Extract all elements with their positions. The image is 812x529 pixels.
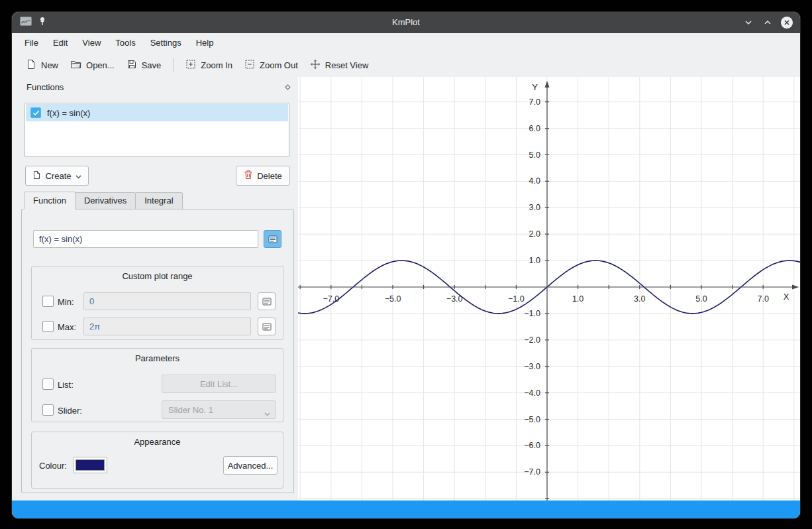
min-label: Min: xyxy=(58,297,74,307)
svg-text:−1.0: −1.0 xyxy=(508,294,525,304)
reset-view-button[interactable]: Reset View xyxy=(304,55,375,75)
appearance-group: Appearance Colour: Advanced... xyxy=(31,432,283,489)
appearance-title: Appearance xyxy=(32,437,283,447)
tab-derivatives[interactable]: Derivatives xyxy=(75,192,136,209)
menubar: File Edit View Tools Settings Help xyxy=(12,33,800,53)
min-input[interactable] xyxy=(83,292,251,310)
max-input[interactable] xyxy=(83,318,251,335)
slider-combobox[interactable]: Slider No. 1 xyxy=(162,400,276,419)
open-folder-icon xyxy=(70,59,81,72)
new-button[interactable]: New xyxy=(20,55,64,75)
function-list[interactable]: f(x) = sin(x) xyxy=(25,103,289,157)
svg-text:−7.0: −7.0 xyxy=(323,294,339,304)
svg-text:−5.0: −5.0 xyxy=(385,294,401,304)
toolbar: New Open... Save Zoom In Zoom Out Rese xyxy=(12,53,800,77)
save-button[interactable]: Save xyxy=(121,55,168,75)
svg-text:2.0: 2.0 xyxy=(529,229,540,239)
parameters-group: Parameters List: Edit List... Slider: Sl… xyxy=(31,348,283,422)
close-button[interactable] xyxy=(780,16,793,29)
functions-panel-header[interactable]: Functions xyxy=(19,78,298,97)
advanced-button[interactable]: Advanced... xyxy=(223,456,278,475)
svg-text:6.0: 6.0 xyxy=(529,124,540,133)
main-content: Functions f(x) = sin(x) Create xyxy=(12,77,800,500)
chevron-down-icon xyxy=(264,408,270,418)
menu-help[interactable]: Help xyxy=(189,33,221,53)
functions-panel: Functions f(x) = sin(x) Create xyxy=(19,78,298,495)
svg-text:Y: Y xyxy=(532,82,538,92)
svg-text:−4.0: −4.0 xyxy=(524,388,540,398)
zoom-in-button[interactable]: Zoom In xyxy=(179,55,238,75)
chevron-down-icon xyxy=(76,171,81,181)
menu-file[interactable]: File xyxy=(17,33,46,53)
parameter-list-checkbox[interactable] xyxy=(42,379,54,390)
tab-bar: Function Derivatives Integral xyxy=(24,192,182,209)
tab-function[interactable]: Function xyxy=(24,192,76,209)
zoom-out-icon xyxy=(244,59,255,72)
create-icon xyxy=(32,170,41,182)
custom-plot-range-title: Custom plot range xyxy=(32,271,283,281)
app-icon[interactable] xyxy=(20,17,32,29)
svg-text:4.0: 4.0 xyxy=(529,176,540,186)
colour-swatch-button[interactable] xyxy=(73,457,107,473)
kmplot-window: KmPlot File Edit View Tools Settings Hel… xyxy=(12,12,800,518)
svg-text:3.0: 3.0 xyxy=(634,294,645,304)
svg-text:−5.0: −5.0 xyxy=(524,415,540,424)
pin-icon[interactable] xyxy=(38,17,46,29)
menu-view[interactable]: View xyxy=(75,33,108,53)
tab-integral[interactable]: Integral xyxy=(135,192,182,209)
equation-editor-button[interactable] xyxy=(264,230,281,248)
menu-edit[interactable]: Edit xyxy=(46,33,75,53)
svg-text:−3.0: −3.0 xyxy=(446,294,463,304)
min-editor-button[interactable] xyxy=(258,292,276,310)
max-checkbox[interactable] xyxy=(42,321,54,332)
screen: KmPlot File Edit View Tools Settings Hel… xyxy=(0,0,812,529)
max-label: Max: xyxy=(58,322,76,332)
svg-text:−7.0: −7.0 xyxy=(524,467,540,477)
trash-icon xyxy=(244,170,253,182)
function-item-label: f(x) = sin(x) xyxy=(47,108,90,118)
svg-text:1.0: 1.0 xyxy=(572,294,584,304)
svg-text:−2.0: −2.0 xyxy=(524,335,540,345)
open-button[interactable]: Open... xyxy=(64,55,121,75)
svg-text:7.0: 7.0 xyxy=(529,97,540,107)
shade-button[interactable] xyxy=(742,16,755,29)
svg-text:5.0: 5.0 xyxy=(529,150,540,160)
status-bar xyxy=(12,500,800,518)
create-button[interactable]: Create xyxy=(25,166,89,186)
maximize-button[interactable] xyxy=(761,16,774,29)
svg-text:5.0: 5.0 xyxy=(695,294,707,304)
plot-canvas: −7.0−5.0−3.0−1.01.03.05.07.07.06.05.04.0… xyxy=(298,77,800,500)
menu-settings[interactable]: Settings xyxy=(143,33,189,53)
parameters-title: Parameters xyxy=(32,353,283,363)
function-list-item[interactable]: f(x) = sin(x) xyxy=(26,104,288,121)
zoom-out-button[interactable]: Zoom Out xyxy=(238,55,304,75)
equation-input[interactable] xyxy=(33,230,258,248)
function-visibility-checkbox[interactable] xyxy=(30,107,41,118)
titlebar[interactable]: KmPlot xyxy=(12,12,800,33)
new-file-icon xyxy=(26,59,36,72)
parameter-slider-label: Slider: xyxy=(58,406,82,416)
min-checkbox[interactable] xyxy=(42,296,54,307)
float-panel-button[interactable] xyxy=(282,82,293,92)
save-icon xyxy=(127,59,137,72)
parameter-slider-checkbox[interactable] xyxy=(42,404,54,416)
toolbar-separator xyxy=(173,58,174,72)
svg-text:−3.0: −3.0 xyxy=(524,362,540,371)
svg-text:−1.0: −1.0 xyxy=(524,309,540,318)
menu-tools[interactable]: Tools xyxy=(108,33,142,53)
colour-label: Colour: xyxy=(39,461,67,471)
colour-swatch-fill xyxy=(76,459,105,471)
reset-view-icon xyxy=(310,59,321,72)
plot-area[interactable]: −7.0−5.0−3.0−1.01.03.05.07.07.06.05.04.0… xyxy=(298,77,800,500)
edit-list-button[interactable]: Edit List... xyxy=(162,375,276,393)
window-title: KmPlot xyxy=(12,12,800,33)
function-tab-page: Custom plot range Min: Max: xyxy=(21,209,294,493)
svg-text:1.0: 1.0 xyxy=(529,256,540,265)
max-editor-button[interactable] xyxy=(258,318,276,335)
custom-plot-range-group: Custom plot range Min: Max: xyxy=(31,266,283,340)
svg-text:X: X xyxy=(784,292,789,302)
delete-button[interactable]: Delete xyxy=(236,166,290,186)
parameter-list-label: List: xyxy=(58,380,74,390)
svg-text:3.0: 3.0 xyxy=(529,203,540,212)
svg-text:7.0: 7.0 xyxy=(758,294,769,304)
